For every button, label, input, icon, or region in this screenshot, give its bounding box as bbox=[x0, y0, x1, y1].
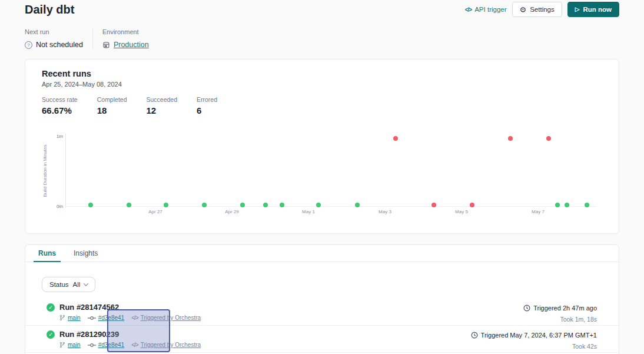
tab-runs[interactable]: Runs bbox=[34, 245, 61, 262]
run-triggered-text: Triggered May 7, 2024, 6:37 PM GMT+1 bbox=[481, 332, 597, 339]
run-triggered-text: Triggered 2h 47m ago bbox=[533, 305, 597, 312]
settings-label: Settings bbox=[530, 6, 555, 13]
play-icon: ▷ bbox=[575, 6, 580, 12]
run-duration-text: Took 1m, 18s bbox=[523, 316, 597, 323]
status-filter-label: Status bbox=[49, 281, 69, 288]
run-row-left: ✓ Run #281290239 main bbox=[47, 330, 201, 352]
run-dot-success[interactable] bbox=[263, 203, 268, 207]
run-title: Run #281290239 bbox=[59, 330, 119, 339]
run-dot-error[interactable] bbox=[393, 136, 398, 141]
y-tick-0m: 0m bbox=[49, 204, 63, 209]
git-branch-icon bbox=[59, 342, 65, 348]
recent-runs-chart: Build Duration in Minutes 1m 0m Apr 27Ap… bbox=[25, 127, 619, 224]
filter-row: Status All bbox=[25, 262, 619, 292]
run-dot-error[interactable] bbox=[508, 136, 513, 141]
y-axis-label: Build Duration in Minutes bbox=[42, 145, 48, 197]
settings-button[interactable]: ⚙ Settings bbox=[512, 2, 562, 17]
job-meta: Next run ? Not scheduled Environment Pro… bbox=[25, 28, 149, 49]
run-dot-success[interactable] bbox=[316, 203, 321, 207]
job-page: Daily dbt </> API trigger ⚙ Settings ▷ R… bbox=[0, 0, 644, 354]
run-dot-success[interactable] bbox=[240, 203, 245, 207]
x-axis-tick: May 1 bbox=[302, 209, 315, 214]
commit-link[interactable]: #d3e8e41 bbox=[98, 342, 125, 348]
stat-success-rate: Success rate 66.67% bbox=[42, 96, 78, 115]
code-icon: </> bbox=[131, 342, 138, 348]
recent-runs-stats: Success rate 66.67% Completed 18 Succeed… bbox=[42, 96, 217, 115]
runs-list: ✓ Run #281474562 main bbox=[25, 299, 619, 353]
recent-runs-card: Recent runs Apr 25, 2024–May 08, 2024 Su… bbox=[25, 59, 619, 234]
gear-icon: ⚙ bbox=[520, 6, 527, 14]
y-tick-1m: 1m bbox=[49, 134, 63, 139]
branch-link[interactable]: main bbox=[68, 342, 81, 348]
run-dot-success[interactable] bbox=[585, 203, 589, 207]
x-axis-tick: May 7 bbox=[532, 209, 545, 214]
run-dot-error[interactable] bbox=[431, 203, 436, 207]
x-axis-line bbox=[65, 206, 596, 207]
environment-value-row: Production bbox=[102, 41, 149, 49]
x-axis-tick: Apr 29 bbox=[225, 209, 239, 214]
run-now-label: Run now bbox=[583, 6, 612, 13]
meta-divider bbox=[92, 28, 93, 49]
run-now-button[interactable]: ▷ Run now bbox=[567, 2, 619, 17]
environment-link[interactable]: Production bbox=[114, 41, 149, 49]
status-filter-dropdown[interactable]: Status All bbox=[42, 277, 95, 292]
x-axis-tick: May 3 bbox=[379, 209, 391, 214]
api-trigger-label: API trigger bbox=[474, 6, 506, 13]
trigger-source: </> Triggered by Orchestra bbox=[131, 315, 201, 321]
environment-icon bbox=[102, 41, 110, 49]
y-axis-line bbox=[65, 133, 66, 208]
tab-insights[interactable]: Insights bbox=[69, 245, 102, 262]
environment-label: Environment bbox=[102, 28, 149, 35]
run-dot-success[interactable] bbox=[164, 203, 168, 207]
clock-icon bbox=[471, 332, 478, 339]
run-dot-success[interactable] bbox=[555, 203, 560, 207]
x-axis-tick: May 5 bbox=[455, 209, 468, 214]
run-dot-success[interactable] bbox=[127, 203, 131, 207]
run-dot-error[interactable] bbox=[546, 136, 551, 141]
run-row[interactable]: ✓ Run #281474562 main bbox=[25, 299, 619, 326]
status-filter-value: All bbox=[73, 281, 81, 288]
run-dot-success[interactable] bbox=[355, 203, 360, 207]
run-dot-success[interactable] bbox=[280, 203, 284, 207]
stat-errored: Errored 6 bbox=[197, 96, 217, 115]
success-check-icon: ✓ bbox=[47, 303, 55, 312]
environment-group: Environment Production bbox=[102, 28, 149, 49]
git-branch-icon bbox=[59, 315, 65, 321]
run-duration-text: Took 42s bbox=[471, 343, 597, 350]
next-run-value: Not scheduled bbox=[36, 41, 83, 49]
header-actions: </> API trigger ⚙ Settings ▷ Run now bbox=[465, 2, 619, 17]
commit-link[interactable]: #d3e8e41 bbox=[98, 315, 125, 321]
trigger-source-link[interactable]: Triggered by Orchestra bbox=[141, 342, 201, 348]
clock-icon bbox=[523, 305, 530, 312]
success-check-icon: ✓ bbox=[47, 330, 55, 339]
branch-link[interactable]: main bbox=[68, 315, 81, 321]
stat-completed: Completed 18 bbox=[97, 96, 127, 115]
next-run-group: Next run ? Not scheduled bbox=[25, 28, 83, 49]
header: Daily dbt </> API trigger ⚙ Settings ▷ R… bbox=[25, 0, 619, 19]
run-dot-error[interactable] bbox=[470, 203, 474, 207]
recent-runs-date-range: Apr 25, 2024–May 08, 2024 bbox=[42, 81, 122, 88]
stat-succeeded: Succeeded 12 bbox=[146, 96, 177, 115]
chevron-down-icon bbox=[84, 281, 88, 286]
tab-bar: Runs Insights bbox=[25, 245, 619, 262]
next-run-value-row: ? Not scheduled bbox=[25, 41, 83, 49]
run-dot-success[interactable] bbox=[88, 203, 93, 207]
trigger-source: </> Triggered by Orchestra bbox=[131, 342, 201, 348]
next-run-label: Next run bbox=[25, 28, 83, 35]
code-icon: </> bbox=[131, 315, 138, 321]
runs-card: Runs Insights Status All ✓ Run #28147456… bbox=[25, 244, 619, 354]
run-title: Run #281474562 bbox=[59, 303, 119, 312]
code-icon: </> bbox=[465, 6, 472, 13]
run-row[interactable]: ✓ Run #281290239 main bbox=[25, 326, 619, 353]
recent-runs-title: Recent runs bbox=[42, 69, 91, 78]
run-row-meta: Triggered 2h 47m ago Took 1m, 18s bbox=[523, 303, 597, 325]
run-dot-success[interactable] bbox=[565, 203, 569, 207]
run-row-left: ✓ Run #281474562 main bbox=[47, 303, 201, 325]
run-dot-success[interactable] bbox=[202, 203, 207, 207]
trigger-source-link[interactable]: Triggered by Orchestra bbox=[141, 315, 201, 321]
schedule-question-icon: ? bbox=[25, 41, 32, 49]
run-row-meta: Triggered May 7, 2024, 6:37 PM GMT+1 Too… bbox=[471, 330, 597, 352]
api-trigger-link[interactable]: </> API trigger bbox=[465, 6, 507, 13]
page-title: Daily dbt bbox=[25, 3, 74, 16]
x-axis-tick: Apr 27 bbox=[148, 209, 162, 214]
